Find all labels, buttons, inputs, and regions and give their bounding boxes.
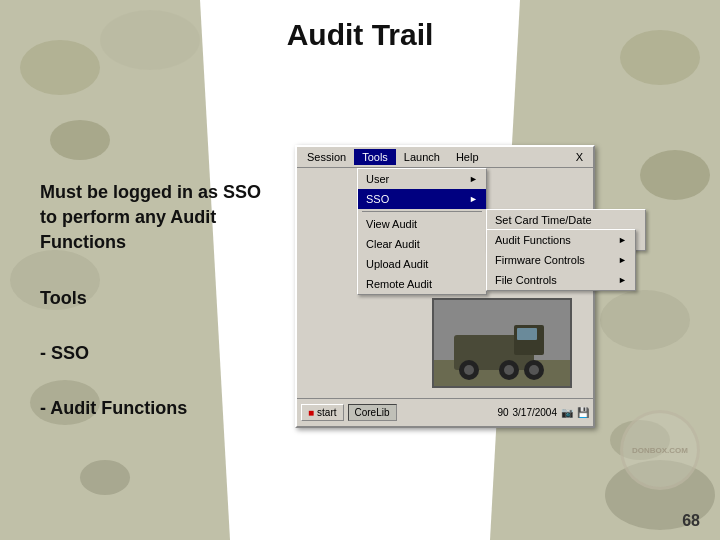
menu-launch[interactable]: Launch [396,149,448,165]
watermark: DONBOX.COM [620,410,700,490]
page-title-area: Audit Trail [0,18,720,52]
tools-info: Tools - SSO - Audit Functions [40,286,270,422]
tools-line1: Tools [40,286,270,311]
left-content: Must be logged in as SSO to perform any … [40,180,270,451]
win-taskbar: ■ start CoreLib 90 3/17/2004 📷 💾 [297,398,593,426]
menu-close[interactable]: X [568,149,591,165]
menu-tools[interactable]: Tools [354,149,396,165]
dropdown-sso[interactable]: SSO ► [358,189,486,209]
taskbar-app[interactable]: CoreLib [348,404,397,421]
page-number: 68 [682,512,700,530]
dropdown-remote-audit[interactable]: Remote Audit [358,274,486,294]
svg-point-9 [529,365,539,375]
menu-bar: Session Tools Launch Help X [297,147,593,168]
dropdown-area: User ► SSO ► View Audit Clear Audit Uplo… [297,168,593,398]
dropdown-user[interactable]: User ► [358,169,486,189]
menu-session[interactable]: Session [299,149,354,165]
dropdown-clear-audit[interactable]: Clear Audit [358,234,486,254]
svg-point-5 [464,365,474,375]
submenu-set-card[interactable]: Set Card Time/Date [487,210,645,230]
taskbar-start[interactable]: ■ start [301,404,344,421]
svg-point-7 [504,365,514,375]
description-text: Must be logged in as SSO to perform any … [40,180,270,256]
windows-dialog: Session Tools Launch Help X User ► SSO ► [295,145,595,428]
truck-image [432,298,572,388]
audit-functions-submenu: Audit Functions ► Firmware Controls ► Fi… [486,229,636,291]
dropdown-view-audit[interactable]: View Audit [358,214,486,234]
tools-line3: - Audit Functions [40,396,270,421]
dropdown-upload-audit[interactable]: Upload Audit [358,254,486,274]
submenu-file-controls[interactable]: File Controls ► [487,270,635,290]
submenu-audit-functions[interactable]: Audit Functions ► [487,230,635,250]
taskbar-time: 90 3/17/2004 📷 💾 [497,407,589,418]
menu-help[interactable]: Help [448,149,487,165]
tools-line2: - SSO [40,341,270,366]
page-title: Audit Trail [0,18,720,52]
tools-dropdown: User ► SSO ► View Audit Clear Audit Uplo… [357,168,487,295]
submenu-firmware-controls[interactable]: Firmware Controls ► [487,250,635,270]
svg-rect-10 [517,328,537,340]
